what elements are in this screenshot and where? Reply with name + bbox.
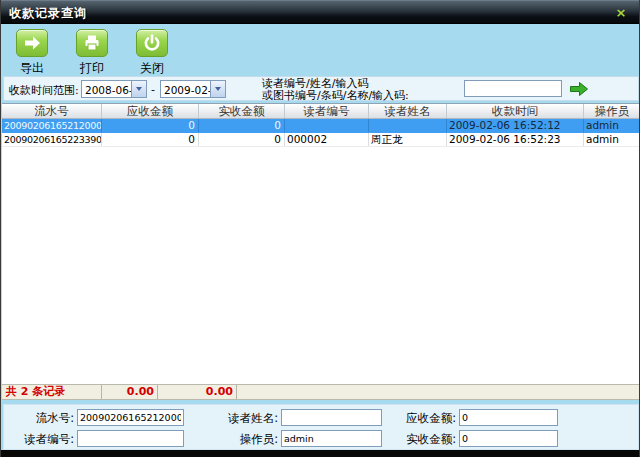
reader-id-field[interactable] [77,430,184,447]
col-header-due[interactable]: 应收金额 [102,104,199,118]
cell-due: 0 [102,133,199,146]
due-amount-field-label: 应收金额: [360,411,456,426]
cell-due: 0 [102,119,199,132]
date-to-combobox[interactable]: 2009-02-13 [160,80,226,98]
reader-id-field-label: 读者编号: [8,432,74,447]
close-icon[interactable]: × [613,5,629,21]
print-button[interactable]: 打印 [70,29,114,77]
grid-footer-bar: 共 2 条记录 0.00 0.00 [2,384,640,400]
cell-time: 2009-02-06 16:52:12 [447,119,584,132]
range-separator: - [151,83,155,96]
serial-field-label: 流水号: [8,411,74,426]
col-header-readerid[interactable]: 读者编号 [285,104,369,118]
footer-filler [237,385,640,399]
cell-readerid: 000002 [285,133,369,146]
search-hint-line1: 读者编号/姓名/输入码 [262,78,409,90]
chevron-down-icon [215,87,221,91]
close-window-button[interactable]: 关闭 [130,29,174,77]
paid-amount-field-label: 实收金额: [360,432,456,447]
cell-serial: 20090206165223390 [2,133,102,146]
cell-operator: admin [584,133,640,146]
close-button-label: 关闭 [130,60,174,77]
table-row[interactable]: 20090206165212000 0 0 2009-02-06 16:52:1… [2,119,640,133]
window-bottom-border [1,450,639,457]
col-header-name[interactable]: 读者姓名 [369,104,447,118]
serial-field[interactable] [77,409,184,426]
search-go-icon[interactable] [569,81,589,97]
cell-time: 2009-02-06 16:52:23 [447,133,584,146]
window-title: 收款记录查询 [9,5,87,22]
export-button[interactable]: 导出 [10,29,54,77]
search-input[interactable] [464,80,562,97]
paid-amount-field[interactable] [459,430,558,447]
filter-panel: 收款时间范围: 2008-06-01 - 2009-02-13 读者编号/姓名/… [3,76,639,101]
col-header-paid[interactable]: 实收金额 [199,104,285,118]
col-header-time[interactable]: 收款时间 [447,104,584,118]
cell-serial: 20090206165212000 [2,119,102,132]
col-header-serial[interactable]: 流水号 [2,104,102,118]
titlebar: 收款记录查询 × [1,0,639,24]
table-row[interactable]: 20090206165223390 0 0 000002 周正龙 2009-02… [2,133,640,147]
cell-paid: 0 [199,133,285,146]
reader-name-field-label: 读者姓名: [182,411,278,426]
record-count-label: 共 2 条记录 [2,385,102,399]
print-button-label: 打印 [70,60,114,77]
records-grid: 流水号 应收金额 实收金额 读者编号 读者姓名 收款时间 操作员 2009020… [2,103,640,384]
operator-field-label: 操作员: [182,432,278,447]
cell-readerid [285,119,369,132]
cell-name [369,119,447,132]
export-button-label: 导出 [10,60,54,77]
date-from-combobox[interactable]: 2008-06-01 [81,80,147,98]
total-paid-value: 0.00 [158,385,237,399]
payment-query-window: 收款记录查询 × 导出 打印 关闭 收款时间范围: [0,0,640,457]
date-range-label: 收款时间范围: [9,83,79,98]
due-amount-field[interactable] [459,409,558,426]
date-to-value: 2009-02-13 [161,81,210,97]
detail-form-panel: 流水号: 读者姓名: 应收金额: 读者编号: 操作员: 实收金额: [3,404,639,450]
power-icon [136,29,168,57]
printer-icon [76,29,108,57]
total-due-value: 0.00 [102,385,158,399]
col-header-operator[interactable]: 操作员 [584,104,640,118]
cell-paid: 0 [199,119,285,132]
date-from-value: 2008-06-01 [82,81,131,97]
cell-operator: admin [584,119,640,132]
search-hint-label: 读者编号/姓名/输入码 或图书编号/条码/名称/输入码: [262,78,409,101]
search-hint-line2: 或图书编号/条码/名称/输入码: [262,90,409,102]
export-arrow-icon [16,29,48,57]
cell-name: 周正龙 [369,133,447,146]
chevron-down-icon [136,87,142,91]
grid-header-row: 流水号 应收金额 实收金额 读者编号 读者姓名 收款时间 操作员 [2,104,640,119]
date-to-dropdown-button[interactable] [210,81,225,97]
date-from-dropdown-button[interactable] [131,81,146,97]
